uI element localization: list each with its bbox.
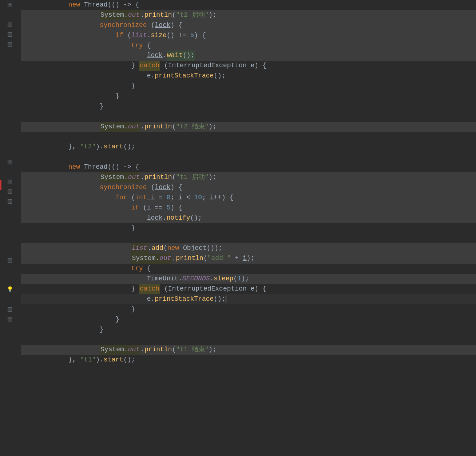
code-content[interactable]: new Thread(() -> { System.out.println("t… [17,0,476,456]
code-text: ) { [171,203,182,213]
system-highlighted-4: System.out [131,253,172,264]
code-text: ( [172,122,176,132]
keyword-synchronized: synchronized [100,20,147,31]
code-text: }, [21,142,80,152]
gutter-line-35 [2,334,17,344]
code-text [21,162,68,172]
gutter-line-13 [2,118,17,128]
var-list: list [131,31,147,41]
method-println-4: println [176,253,203,264]
gutter-line-25 [2,236,17,245]
code-text: ); [209,122,217,132]
code-text: TimeUnit. [21,274,182,284]
code-text: ++) { [214,193,233,203]
method-println-2: println [144,122,172,132]
code-text: ( [123,31,131,41]
system-highlighted-2: System.out [100,122,140,132]
code-text: . [140,10,144,20]
fold-icon-4[interactable]: − [8,32,12,37]
method-sleep: sleep [214,274,233,284]
string-t2-end: "t2 结束" [176,122,209,132]
code-text: } [21,223,135,233]
code-text: } [21,315,119,325]
code-line-28: TimeUnit.SECONDS.sleep(1); [21,274,476,284]
fold-icon-20[interactable]: − [8,189,12,194]
code-text: ). [96,142,104,152]
code-text: . [140,345,144,355]
fold-icon-1[interactable]: − [8,3,12,7]
gutter-line-2 [2,10,17,20]
code-text: . [210,274,214,284]
gutter-line-32: − [2,304,17,314]
code-line-20: for (int i = 0; i < 10; i++) { [21,193,476,203]
code-text [21,203,131,213]
method-size: size [151,31,167,41]
gutter-line-29 [2,275,17,285]
var-i-4: i [147,203,151,213]
fold-icon-17[interactable]: − [8,160,12,164]
gutter: − − − − [2,0,17,456]
code-text: } [21,325,104,335]
fold-icon-32[interactable]: − [8,307,12,312]
code-line-4: if (list.size() != 5) { [21,31,476,41]
system-highlighted-3: System.out [100,172,140,183]
string-add: "add " [207,253,231,264]
gutter-line-22 [2,206,17,216]
gutter-line-11 [2,98,17,108]
code-line-12 [21,112,476,122]
code-line-36: }, "t1").start(); [21,355,476,365]
gutter-line-4: − [2,29,17,39]
code-text: ); [209,172,217,183]
code-text: < [182,193,194,203]
code-line-18: System.out.println("t1 启动"); [21,172,476,183]
code-text: ( [127,193,135,203]
code-text: (); [123,355,135,365]
code-line-1: new Thread(() -> { [21,0,476,10]
keyword-for: for [115,193,127,203]
code-text: ( [172,172,176,183]
code-text [21,10,100,20]
code-text: ) { [254,61,266,71]
code-editor: − − − − [0,0,476,456]
fold-icon-27[interactable]: − [8,258,12,263]
fold-icon-33[interactable]: − [8,317,12,321]
code-line-3: synchronized (lock) { [21,20,476,31]
code-text: (); [214,71,225,81]
code-text: Thread(() -> { [80,0,139,10]
keyword-new-2: new [68,162,80,172]
code-text: == [151,203,166,213]
fold-icon-5[interactable]: − [8,42,12,47]
code-text: . [140,122,144,132]
code-line-24 [21,233,476,243]
gutter-line-24 [2,226,17,236]
code-text: ( [147,20,155,31]
code-text: . [148,243,152,253]
code-text: } [21,284,139,294]
gutter-line-5: − [2,39,17,49]
number-1: 1 [237,274,241,284]
code-text [21,243,131,253]
fold-icon-3[interactable]: − [8,23,12,27]
code-text: ( [172,345,176,355]
code-text [21,183,100,193]
code-text [21,122,100,132]
gutter-line-10 [2,88,17,98]
code-line-13: System.out.println("t2 结束"); [21,122,476,132]
method-start-2: start [104,355,123,365]
fold-icon-19[interactable]: − [8,180,12,184]
code-text: ( [172,10,176,20]
method-println: println [144,10,172,20]
error-indicator [0,180,1,190]
code-text [21,31,115,41]
code-text: { [143,264,151,274]
gutter-line-19: − [2,177,17,187]
code-text: . [163,51,167,61]
code-text [21,112,25,122]
method-println-3: println [144,172,172,183]
code-text: } [21,101,104,112]
gutter-line-17: − [2,157,17,167]
string-t1-end: "t1 结束" [176,345,209,355]
bulb-icon[interactable]: 💡 [7,286,13,294]
fold-icon-21[interactable]: − [8,199,12,204]
code-text [21,264,131,274]
